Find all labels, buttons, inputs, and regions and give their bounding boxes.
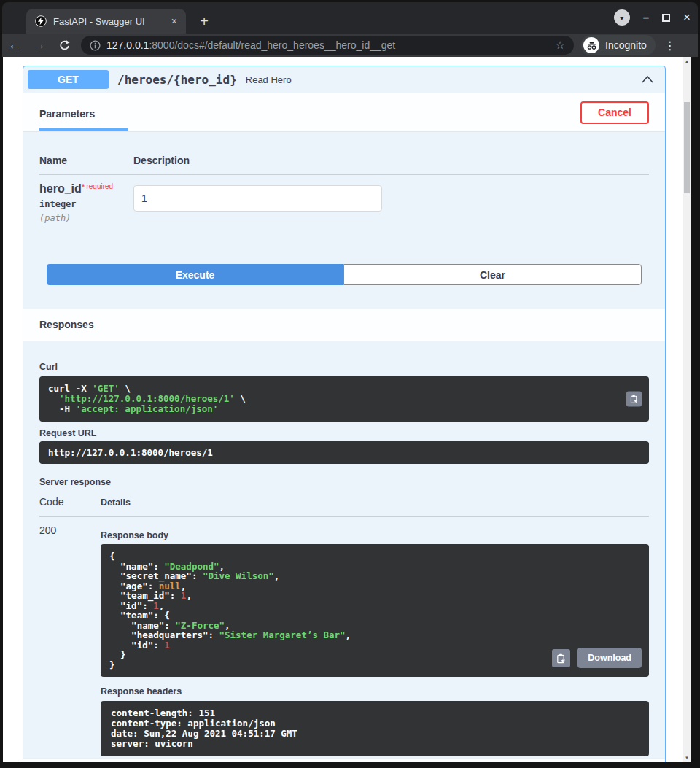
new-tab-button[interactable]: + <box>195 12 214 31</box>
url-host: 127.0.0.1 <box>106 39 149 51</box>
tab-title: FastAPI - Swagger UI <box>53 16 170 27</box>
collapse-chevron-icon[interactable] <box>640 74 655 85</box>
incognito-label: Incognito <box>605 39 647 51</box>
parameters-body: Name Description hero_id*required intege… <box>23 132 665 309</box>
column-name: Name <box>39 155 133 166</box>
page-viewport: GET /heroes/{hero_id} Read Hero Paramete… <box>3 57 691 762</box>
download-button[interactable]: Download <box>578 648 642 668</box>
required-label: required <box>86 182 113 190</box>
responses-body: Curl curl -X 'GET' \ 'http://127.0.0.1:8… <box>23 341 665 758</box>
request-url-block: http://127.0.0.1:8000/heroes/1 <box>39 441 649 464</box>
tab-strip: FastAPI - Swagger UI × + ▾ – × <box>2 2 698 34</box>
scroll-up-icon[interactable]: ▲ <box>683 57 691 66</box>
maximize-button[interactable] <box>662 14 670 22</box>
request-url-label: Request URL <box>39 428 649 438</box>
curl-command: curl -X 'GET' \ 'http://127.0.0.1:8000/h… <box>48 384 640 414</box>
url-path: :8000/docs#/default/read_hero_heroes__he… <box>149 39 395 51</box>
reload-button[interactable] <box>52 39 77 51</box>
response-body-label: Response body <box>101 530 649 540</box>
response-body-block: { "name": "Deadpond", "secret_name": "Di… <box>101 544 649 677</box>
server-response-table-header: Code Details <box>39 496 649 517</box>
clear-button[interactable]: Clear <box>343 264 642 285</box>
browser-tab[interactable]: FastAPI - Swagger UI × <box>26 9 186 34</box>
bookmark-star-icon[interactable]: ☆ <box>556 39 565 52</box>
param-type: integer <box>39 199 133 209</box>
incognito-icon <box>583 37 599 53</box>
url-bar[interactable]: 127.0.0.1:8000/docs#/default/read_hero_h… <box>81 36 574 55</box>
server-response-label: Server response <box>39 477 649 487</box>
copy-response-icon[interactable] <box>552 649 570 667</box>
parameter-row: hero_id*required integer (path) <box>39 175 649 223</box>
url-text[interactable]: 127.0.0.1:8000/docs#/default/read_hero_h… <box>106 39 556 51</box>
endpoint-summary: Read Hero <box>246 74 292 85</box>
responses-title: Responses <box>39 319 94 330</box>
server-response-row: 200 Response body { "name": "Deadpond", … <box>39 517 649 756</box>
status-code: 200 <box>39 517 101 756</box>
column-description: Description <box>133 155 190 166</box>
minimize-button[interactable]: – <box>643 10 649 25</box>
tab-parameters[interactable]: Parameters <box>39 94 128 131</box>
browser-toolbar: ← → 127.0.0.1:8000/docs#/default/read_he… <box>2 34 698 57</box>
required-star: * <box>82 182 85 193</box>
tab-search-icon[interactable]: ▾ <box>614 9 630 26</box>
tab-close-icon[interactable]: × <box>170 15 179 27</box>
response-headers-block: content-length: 151content-type: applica… <box>101 701 649 756</box>
fastapi-favicon-icon <box>35 15 47 27</box>
param-name: hero_id <box>39 182 82 195</box>
copy-to-clipboard-icon[interactable] <box>626 392 642 407</box>
forward-button[interactable]: → <box>27 38 52 53</box>
response-headers-text: content-length: 151content-type: applica… <box>111 708 639 749</box>
documented-responses-header: Responses <box>23 758 665 762</box>
browser-chrome: FastAPI - Swagger UI × + ▾ – × ← → 127.0… <box>2 2 698 57</box>
page-scrollbar[interactable]: ▲ ▼ <box>683 57 691 762</box>
back-button[interactable]: ← <box>2 38 27 53</box>
curl-label: Curl <box>39 362 649 372</box>
parameters-header: Parameters Cancel <box>23 93 665 132</box>
browser-menu-icon[interactable]: ⋮ <box>664 39 676 53</box>
param-location: (path) <box>39 213 133 223</box>
request-url-value: http://127.0.0.1:8000/heroes/1 <box>48 447 213 458</box>
column-details: Details <box>101 497 131 508</box>
response-headers-label: Response headers <box>101 686 649 697</box>
scrollbar-thumb[interactable] <box>684 102 690 193</box>
opblock-summary[interactable]: GET /heroes/{hero_id} Read Hero <box>23 66 665 93</box>
method-badge: GET <box>28 70 109 89</box>
execute-button[interactable]: Execute <box>47 264 343 285</box>
cancel-button[interactable]: Cancel <box>580 101 649 124</box>
scroll-down-icon[interactable]: ▼ <box>683 753 691 762</box>
incognito-badge: Incognito <box>581 35 656 55</box>
hero-id-input[interactable] <box>133 185 382 212</box>
parameters-table-header: Name Description <box>39 155 649 175</box>
site-info-icon[interactable] <box>90 40 101 51</box>
column-code: Code <box>39 496 101 508</box>
responses-header: Responses <box>23 309 665 341</box>
opblock-get-read-hero: GET /heroes/{hero_id} Read Hero Paramete… <box>23 66 666 762</box>
execute-row: Execute Clear <box>47 264 642 285</box>
endpoint-path: /heroes/{hero_id} <box>117 73 237 87</box>
close-window-button[interactable]: × <box>683 10 691 25</box>
curl-code-block: curl -X 'GET' \ 'http://127.0.0.1:8000/h… <box>39 376 649 422</box>
browser-window: FastAPI - Swagger UI × + ▾ – × ← → 127.0… <box>0 0 700 768</box>
